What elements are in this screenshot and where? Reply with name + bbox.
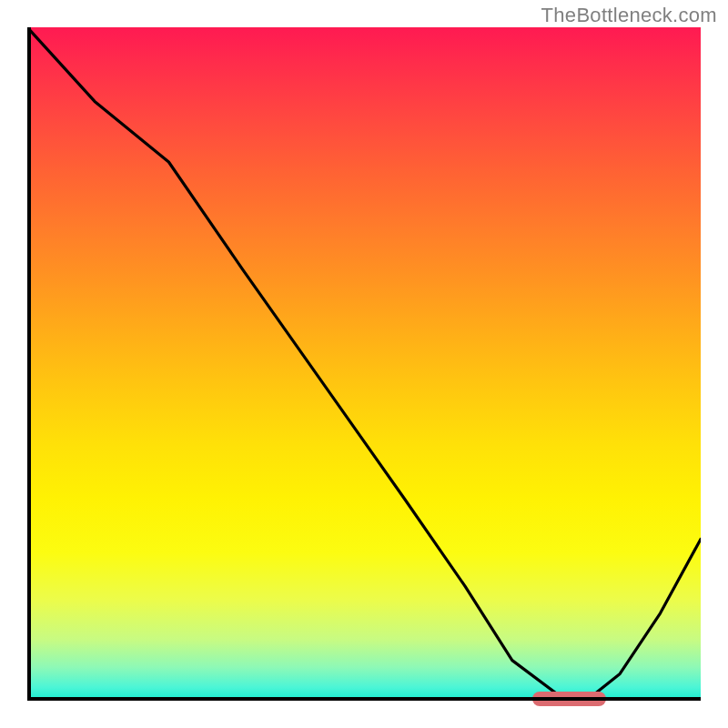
watermark-text: TheBottleneck.com [541,4,717,27]
optimum-marker [532,692,606,706]
chart-plot-area [27,27,701,701]
chart-curve-svg [27,27,701,701]
page-root: TheBottleneck.com [0,0,728,728]
bottleneck-curve-line [27,27,701,701]
